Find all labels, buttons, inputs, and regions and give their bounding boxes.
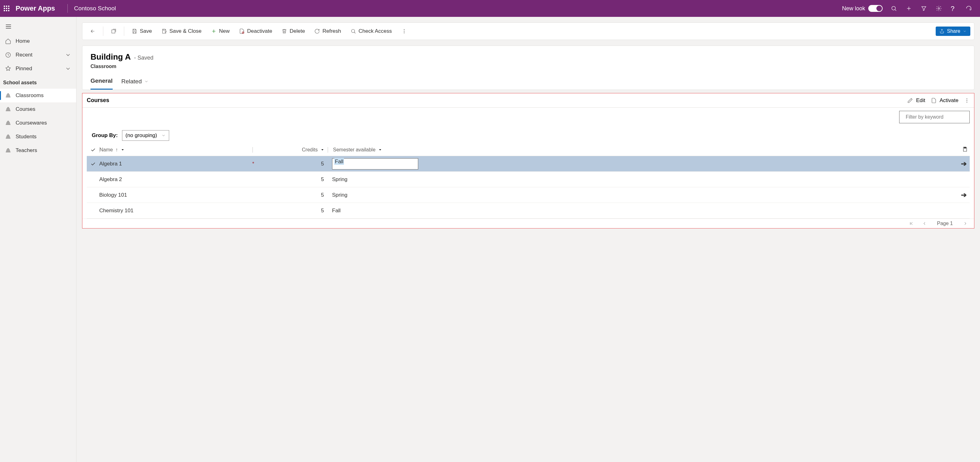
table-row[interactable]: Biology 101 5 Spring ➔ <box>87 187 970 202</box>
overflow-button[interactable] <box>398 26 411 37</box>
subgrid-title: Courses <box>87 97 109 104</box>
table-row[interactable]: Algebra 1 * 5 Fall ➔ <box>87 156 970 171</box>
row-open-arrow-icon[interactable]: ➔ <box>961 191 967 199</box>
add-icon[interactable] <box>901 0 916 17</box>
row-check-icon <box>90 161 96 167</box>
table-row[interactable]: Algebra 2 5 Spring <box>87 171 970 187</box>
cell-credits[interactable]: 5 <box>252 207 327 214</box>
svg-point-0 <box>892 6 896 10</box>
col-credits-header[interactable]: Credits <box>253 147 328 153</box>
edit-button[interactable]: Edit <box>907 97 925 104</box>
sort-asc-icon: ↑ <box>116 147 118 153</box>
svg-point-11 <box>967 102 967 102</box>
open-new-window-button[interactable] <box>107 26 120 37</box>
row-open-arrow-icon[interactable]: ➔ <box>961 160 967 168</box>
search-icon[interactable] <box>886 0 901 17</box>
activate-button[interactable]: Activate <box>931 97 958 104</box>
cell-name[interactable]: Chemistry 101 <box>99 207 252 214</box>
share-button[interactable]: Share <box>936 27 970 36</box>
filter-keyword-input[interactable] <box>899 111 970 123</box>
nav-label: Courses <box>16 106 35 112</box>
cell-semester[interactable]: Fall <box>327 207 957 214</box>
more-vertical-icon <box>401 29 407 34</box>
left-navigation: Home Recent Pinned School assets Classro… <box>0 17 76 462</box>
save-column-icon[interactable] <box>962 147 968 153</box>
check-access-button[interactable]: Check Access <box>347 25 396 37</box>
settings-icon[interactable] <box>931 0 946 17</box>
svg-rect-3 <box>112 30 115 33</box>
tab-general[interactable]: General <box>91 77 113 89</box>
nav-students[interactable]: Students <box>0 130 76 143</box>
new-look-toggle[interactable]: New look <box>842 5 883 12</box>
save-close-button[interactable]: Save & Close <box>158 25 205 37</box>
nav-label: Teachers <box>16 147 37 154</box>
deactivate-button[interactable]: Deactivate <box>235 25 276 37</box>
nav-pinned[interactable]: Pinned <box>0 62 76 76</box>
nav-label: Coursewares <box>16 120 47 126</box>
new-look-label: New look <box>842 5 865 12</box>
groupby-label: Group By: <box>92 132 118 139</box>
assistant-icon[interactable] <box>961 0 976 17</box>
col-name-header[interactable]: Name↑ <box>100 147 253 153</box>
save-button[interactable]: Save <box>128 25 156 37</box>
environment-name[interactable]: Contoso School <box>74 5 116 12</box>
cell-semester[interactable]: Fall <box>327 158 957 169</box>
nav-label: Students <box>16 134 37 140</box>
pager-prev-icon[interactable] <box>922 221 927 226</box>
nav-classrooms[interactable]: Classrooms <box>0 89 76 102</box>
cell-credits[interactable]: 5 <box>252 176 327 183</box>
plus-icon <box>211 29 216 34</box>
app-launcher-icon[interactable] <box>4 6 10 11</box>
back-button[interactable] <box>86 26 99 37</box>
chevron-down-icon <box>144 79 149 84</box>
table-row[interactable]: Chemistry 101 5 Fall <box>87 202 970 218</box>
page-label: Page 1 <box>937 221 953 226</box>
toggle-switch[interactable] <box>868 5 883 12</box>
groupby-select[interactable]: (no grouping) <box>122 130 169 141</box>
cell-credits[interactable]: 5 <box>252 192 327 198</box>
chevron-down-icon <box>378 148 382 152</box>
help-icon[interactable]: ? <box>946 0 961 17</box>
col-semester-header[interactable]: Semester available <box>328 147 957 153</box>
svg-point-1 <box>938 8 940 10</box>
save-icon <box>132 29 137 34</box>
groupby-control: Group By: (no grouping) <box>83 123 974 144</box>
filter-icon[interactable] <box>916 0 931 17</box>
pager-next-icon[interactable] <box>963 221 968 226</box>
app-header: Power Apps Contoso School New look ? <box>0 0 980 17</box>
select-all[interactable] <box>87 147 99 153</box>
record-entity: Classroom <box>91 64 966 69</box>
cell-credits[interactable]: 5 <box>252 161 327 167</box>
app-title: Power Apps <box>16 4 55 13</box>
subgrid-overflow[interactable] <box>964 98 970 104</box>
svg-point-6 <box>404 29 404 30</box>
cell-name[interactable]: Algebra 2 <box>99 176 252 183</box>
pencil-icon <box>907 98 913 104</box>
chevron-down-icon <box>320 148 325 152</box>
cell-semester[interactable]: Spring <box>327 176 957 183</box>
collapse-nav-icon[interactable] <box>0 20 76 34</box>
nav-teachers[interactable]: Teachers <box>0 143 76 157</box>
nav-home[interactable]: Home <box>0 34 76 48</box>
delete-label: Delete <box>290 28 305 34</box>
nav-recent[interactable]: Recent <box>0 48 76 62</box>
cell-name[interactable]: Algebra 1 <box>99 161 252 167</box>
pager-first-icon[interactable] <box>909 221 914 226</box>
nav-coursewares[interactable]: Coursewares <box>0 116 76 130</box>
form-tabs: General Related <box>91 77 966 89</box>
share-label: Share <box>947 29 960 34</box>
save-label: Save <box>140 28 152 34</box>
refresh-button[interactable]: Refresh <box>310 25 345 37</box>
new-button[interactable]: New <box>207 25 234 37</box>
svg-point-7 <box>404 31 404 32</box>
record-header: Building A - Saved Classroom General Rel… <box>82 46 974 90</box>
tab-related[interactable]: Related <box>121 77 149 89</box>
nav-courses[interactable]: Courses <box>0 102 76 116</box>
cell-semester[interactable]: Spring <box>327 192 957 198</box>
delete-button[interactable]: Delete <box>278 25 309 37</box>
filter-input[interactable] <box>906 114 968 120</box>
svg-point-9 <box>967 99 967 99</box>
activate-icon <box>931 98 937 104</box>
cell-name[interactable]: Biology 101 <box>99 192 252 198</box>
semester-edit-input[interactable]: Fall <box>332 158 418 169</box>
